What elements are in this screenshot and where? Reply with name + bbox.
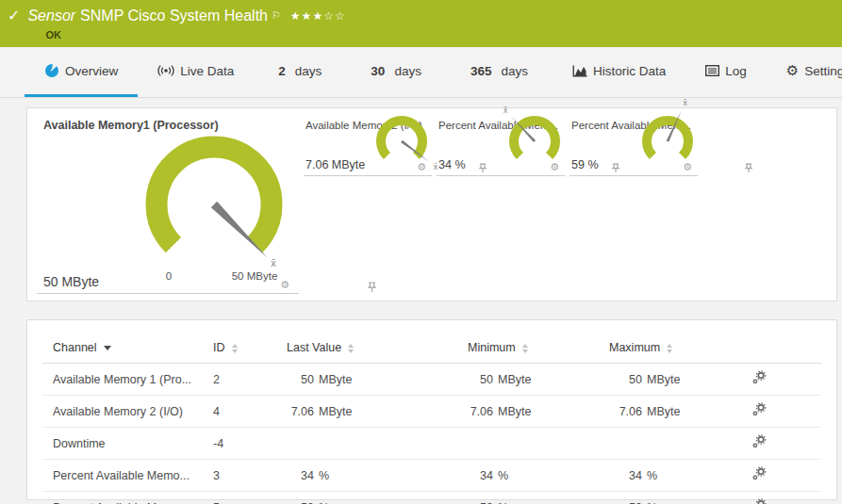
tab-label: Log	[725, 64, 747, 78]
table-row[interactable]: Downtime -4	[42, 428, 821, 460]
mini-gauges: Available Memory2 (I/O) x̄ 7.06 MByte ⚙ …	[299, 108, 698, 294]
svg-text:x̄: x̄	[504, 106, 508, 115]
column-header-maximum[interactable]: Maximum	[539, 336, 688, 364]
gauge-tile-available-memory1[interactable]: Available Memory1 (Processor) x̄ 0 50 MB…	[37, 108, 299, 294]
minimum-cell: 59%	[360, 492, 539, 504]
last-value-cell	[271, 428, 360, 460]
table-row[interactable]: Percent Available Memo... 5 59% 59% 59%	[42, 492, 821, 504]
gauge-value: 50 MByte	[43, 274, 99, 289]
minimum-cell: 50MByte	[360, 364, 539, 396]
sort-icon	[522, 344, 528, 353]
channel-name-cell[interactable]: Percent Available Memo...	[42, 460, 203, 492]
tab-label: Settings	[804, 64, 842, 78]
table-header-row: Channel ID Last Value Minimum Maximum	[42, 336, 821, 364]
tab-label: Live Data	[180, 64, 234, 78]
area-chart-icon	[572, 65, 587, 77]
column-header-id[interactable]: ID	[203, 336, 271, 364]
channel-name-cell[interactable]: Percent Available Memo...	[42, 492, 203, 504]
last-value-cell: 59%	[271, 492, 360, 504]
channel-settings-gears-icon[interactable]	[751, 498, 767, 504]
svg-text:x̄: x̄	[271, 258, 276, 268]
maximum-cell: 34%	[539, 460, 688, 492]
tab-live-data[interactable]: Live Data	[138, 47, 254, 97]
last-value-cell: 7.06MByte	[271, 396, 360, 428]
channel-settings-gears-icon[interactable]	[751, 402, 767, 420]
table-row[interactable]: Available Memory 1 (Pro... 2 50MByte 50M…	[42, 364, 821, 396]
last-value-cell: 50MByte	[271, 364, 360, 396]
channel-actions-cell	[688, 460, 821, 492]
tab-number: 2	[278, 64, 286, 78]
channel-name-cell[interactable]: Downtime	[42, 428, 203, 460]
gauge-scale-min: 0	[155, 270, 183, 282]
channel-settings-gears-icon[interactable]	[751, 370, 767, 388]
gear-icon[interactable]: ⚙	[280, 280, 289, 290]
main-gauge: x̄	[124, 110, 304, 270]
sensor-overview-page: ✓ SensorSNMP Cisco System Health⚐★★★☆☆ O…	[0, 0, 842, 504]
tab-label: Overview	[65, 64, 118, 78]
sort-icon	[667, 344, 672, 353]
tab-365-days[interactable]: 365 days	[446, 47, 553, 97]
gear-icon[interactable]: ⚙	[550, 162, 559, 172]
tab-30-days[interactable]: 30 days	[346, 47, 446, 97]
channel-settings-gears-icon[interactable]	[751, 434, 767, 452]
priority-stars[interactable]: ★★★☆☆	[290, 9, 346, 23]
gauge-tile-percent-available-memory-2[interactable]: Percent Available Mem... x̄ 59 % ⚙	[570, 108, 698, 176]
gear-icon[interactable]: ⚙	[417, 162, 426, 172]
sensor-type-label: Sensor	[27, 8, 75, 24]
tab-historic-data[interactable]: Historic Data	[553, 47, 685, 97]
maximum-cell	[539, 428, 688, 460]
sort-desc-icon	[104, 346, 111, 350]
svg-text:x̄: x̄	[683, 99, 687, 107]
tab-overview[interactable]: Overview	[25, 47, 138, 97]
minimum-cell: 34%	[360, 460, 539, 492]
channel-settings-gears-icon[interactable]	[751, 466, 767, 484]
channel-name-cell[interactable]: Available Memory 1 (Pro...	[42, 364, 203, 396]
tab-settings[interactable]: ⚙ Settings	[767, 47, 842, 97]
tab-2-days[interactable]: 2 days	[254, 47, 346, 97]
gauge-value: 59 %	[571, 158, 599, 171]
channels-panel: Channel ID Last Value Minimum Maximum Av…	[26, 319, 837, 500]
minimum-cell	[360, 428, 539, 460]
tab-bar: Overview Live Data 2 days 30 days 365 da…	[0, 47, 842, 98]
gauge-icon	[44, 63, 59, 78]
sort-icon	[348, 344, 354, 353]
sensor-header: ✓ SensorSNMP Cisco System Health⚐★★★☆☆ O…	[0, 0, 842, 47]
gauges-panel: Available Memory1 (Processor) x̄ 0 50 MB…	[26, 107, 837, 301]
tab-log[interactable]: Log	[685, 47, 767, 97]
channel-table: Channel ID Last Value Minimum Maximum Av…	[42, 336, 821, 504]
column-header-last-value[interactable]: Last Value	[271, 336, 360, 364]
gear-icon[interactable]: ⚙	[683, 162, 692, 172]
column-header-actions	[688, 336, 821, 364]
maximum-cell: 59%	[539, 492, 688, 504]
gauge-tile-percent-available-memory-1[interactable]: Percent Available Mem... x̄ 34 % ⚙	[437, 108, 565, 176]
channel-table-body: Available Memory 1 (Pro... 2 50MByte 50M…	[42, 364, 821, 504]
tab-number: 365	[471, 64, 492, 78]
column-header-channel[interactable]: Channel	[42, 336, 203, 364]
gear-icon: ⚙	[786, 64, 799, 78]
tab-number: 30	[371, 64, 385, 78]
channel-id-cell: -4	[203, 428, 271, 460]
tab-label: Historic Data	[593, 64, 666, 78]
channel-name-cell[interactable]: Available Memory 2 (I/O)	[42, 396, 203, 428]
broadcast-icon	[157, 64, 174, 77]
status-ok-check-icon: ✓	[8, 7, 20, 47]
page-title: SNMP Cisco System Health	[80, 8, 268, 24]
maximum-cell: 7.06MByte	[539, 396, 688, 428]
gauge-value: 7.06 MByte	[305, 158, 365, 171]
channel-id-cell: 5	[203, 492, 271, 504]
channel-actions-cell	[688, 396, 821, 428]
log-list-icon	[705, 65, 719, 76]
column-header-minimum[interactable]: Minimum	[360, 336, 539, 364]
gauge-value: 34 %	[438, 158, 466, 171]
minimum-cell: 7.06MByte	[360, 396, 539, 428]
maximum-cell: 50MByte	[539, 364, 688, 396]
flag-icon[interactable]: ⚐	[272, 9, 281, 22]
channel-actions-cell	[688, 428, 821, 460]
tab-label: days	[394, 64, 421, 78]
table-row[interactable]: Percent Available Memo... 3 34% 34% 34%	[42, 460, 821, 492]
table-row[interactable]: Available Memory 2 (I/O) 4 7.06MByte 7.0…	[42, 396, 821, 428]
channel-actions-cell	[688, 364, 821, 396]
channel-actions-cell	[688, 492, 821, 504]
sort-icon	[232, 344, 238, 353]
gauge-tile-available-memory2[interactable]: Available Memory2 (I/O) x̄ 7.06 MByte ⚙	[304, 108, 432, 176]
